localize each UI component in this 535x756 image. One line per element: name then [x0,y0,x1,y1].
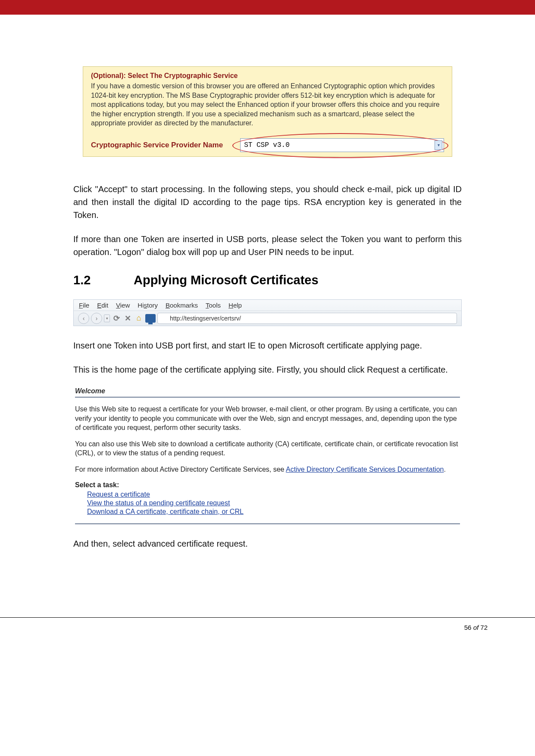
browser-toolbar: File Edit View History Bookmarks Tools H… [73,299,462,326]
adcs-docs-link[interactable]: Active Directory Certificate Services Do… [286,466,444,473]
divider [75,523,460,524]
menu-edit[interactable]: Edit [97,302,108,309]
page-number: 56 of 72 [0,624,535,631]
task-download-ca-link[interactable]: Download a CA certificate, certificate c… [87,508,460,516]
browser-menubar: File Edit View History Bookmarks Tools H… [74,300,461,311]
reload-icon[interactable]: ⟳ [112,314,121,323]
csp-label: Cryptographic Service Provider Name [91,141,223,149]
footer-divider [0,617,535,618]
body-paragraph: And then, select advanced certificate re… [73,537,462,550]
menu-view[interactable]: View [116,302,130,309]
select-task-label: Select a task: [75,481,460,489]
body-paragraph: If more than one Token are inserted in U… [73,233,462,258]
menu-tools[interactable]: Tools [206,302,221,309]
forward-button[interactable]: › [91,313,102,324]
url-input[interactable] [157,313,457,324]
menu-history[interactable]: History [138,302,158,309]
task-view-status-link[interactable]: View the status of a pending certificate… [87,499,460,507]
crypto-body: If you have a domestic version of this b… [91,81,444,128]
section-heading: 1.2Applying Microsoft Certificates [73,273,462,287]
stop-icon[interactable]: ✕ [123,314,132,323]
menu-help[interactable]: Help [228,302,242,309]
welcome-paragraph: You can also use this Web site to downlo… [75,439,460,458]
section-title: Applying Microsoft Certificates [134,273,319,287]
home-icon[interactable]: ⌂ [134,314,144,323]
csp-select[interactable] [240,138,444,152]
welcome-title: Welcome [75,387,460,395]
crypto-service-panel: (Optional): Select The Cryptographic Ser… [83,66,452,157]
monitor-icon[interactable] [145,314,156,323]
certsrv-welcome-panel: Welcome Use this Web site to request a c… [73,387,462,524]
section-number: 1.2 [73,273,134,287]
welcome-paragraph: Use this Web site to request a certifica… [75,404,460,432]
welcome-paragraph: For more information about Active Direct… [75,465,460,474]
chevron-down-icon[interactable]: ▾ [435,140,442,150]
menu-bookmarks[interactable]: Bookmarks [166,302,198,309]
divider [75,397,460,398]
menu-file[interactable]: File [79,302,89,309]
crypto-heading: (Optional): Select The Cryptographic Ser… [91,72,444,80]
top-red-bar [0,0,535,15]
body-paragraph: Click "Accept" to start processing. In t… [73,183,462,221]
body-paragraph: Insert one Token into USB port first, an… [73,339,462,352]
task-request-certificate-link[interactable]: Request a certificate [87,491,460,498]
body-paragraph: This is the home page of the certificate… [73,363,462,376]
history-dropdown-icon[interactable]: ▾ [104,314,110,322]
back-button[interactable]: ‹ [78,313,89,324]
